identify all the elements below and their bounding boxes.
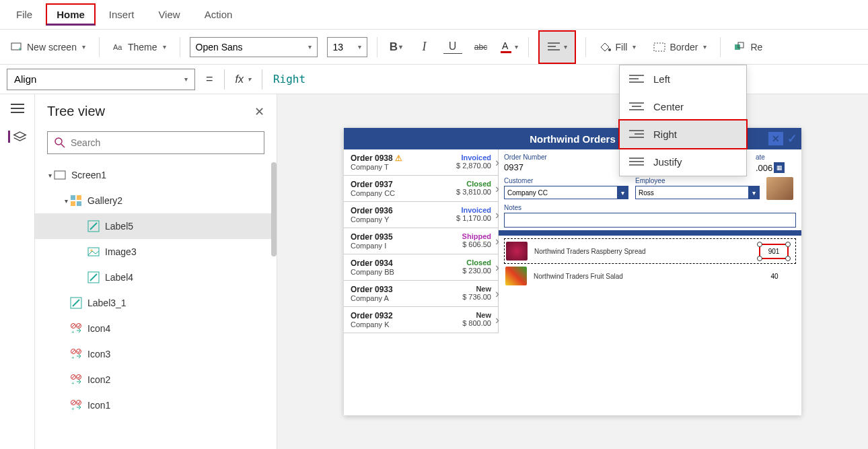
align-center-option[interactable]: Center bbox=[620, 93, 746, 120]
align-icon bbox=[546, 41, 561, 53]
align-justify-icon bbox=[629, 157, 644, 168]
layers-icon[interactable] bbox=[8, 131, 27, 143]
customer-select[interactable]: Company CC▾ bbox=[504, 186, 628, 199]
order-row[interactable]: Order 0936Company YInvoiced$ 1,170.00› bbox=[344, 202, 498, 228]
font-color-button[interactable]: A▾ bbox=[500, 38, 519, 57]
chevron-right-icon: › bbox=[495, 234, 499, 248]
property-value: Align bbox=[14, 73, 36, 85]
formula-value[interactable]: Right bbox=[273, 73, 305, 85]
menu-view[interactable]: View bbox=[147, 3, 190, 26]
order-detail: Order Number0937 Order StatusClosed ate.… bbox=[499, 149, 801, 333]
menu-file[interactable]: File bbox=[5, 3, 43, 26]
chevron-right-icon: › bbox=[495, 156, 499, 170]
resize-handle[interactable] bbox=[785, 256, 791, 261]
divider bbox=[262, 69, 262, 90]
border-button[interactable]: Border ▾ bbox=[649, 39, 711, 55]
order-row[interactable]: Order 0934Company BBClosed$ 230.00› bbox=[344, 254, 498, 281]
font-color-icon: A bbox=[500, 40, 513, 54]
icon-icon: + bbox=[70, 322, 82, 335]
tree-item-label5[interactable]: Label5 bbox=[35, 213, 277, 239]
property-select[interactable]: Align ▾ bbox=[7, 69, 195, 90]
underline-button[interactable]: U bbox=[443, 40, 462, 54]
chevron-down-icon: ▾ bbox=[184, 75, 188, 83]
canvas: Northwind Orders ✕ ✓ Order 0938 ⚠Company… bbox=[277, 94, 868, 449]
label-employee: Employee bbox=[635, 177, 760, 184]
tree-search[interactable] bbox=[47, 131, 264, 154]
divider bbox=[99, 37, 100, 57]
cancel-icon[interactable]: ✕ bbox=[768, 132, 783, 145]
notes-input[interactable] bbox=[504, 213, 796, 228]
align-right-option[interactable]: Right bbox=[618, 119, 748, 149]
left-rail bbox=[0, 94, 35, 449]
line-item[interactable]: Northwind Traders Fruit Salad 40 bbox=[504, 264, 796, 288]
chevron-down-icon: ▾ bbox=[703, 43, 707, 50]
align-justify-option[interactable]: Justify bbox=[620, 148, 746, 176]
tree-item-screen1[interactable]: ▾ Screen1 bbox=[35, 162, 277, 188]
tree-item-icon2[interactable]: + Icon2 bbox=[35, 367, 277, 392]
align-right-label: Right bbox=[653, 129, 677, 140]
label-icon bbox=[87, 271, 100, 283]
calendar-icon[interactable]: ▦ bbox=[774, 162, 785, 173]
align-button[interactable]: ▾ bbox=[538, 30, 576, 64]
svg-line-44 bbox=[72, 350, 75, 353]
resize-handle[interactable] bbox=[785, 242, 791, 247]
value-date: .006 bbox=[756, 163, 772, 173]
font-select[interactable]: Open Sans ▾ bbox=[190, 37, 318, 57]
order-row[interactable]: Order 0933Company ANew$ 736.00› bbox=[344, 281, 498, 307]
hamburger-icon[interactable] bbox=[9, 102, 26, 114]
bold-button[interactable]: B▾ bbox=[387, 38, 406, 57]
theme-button[interactable]: Aa Theme ▾ bbox=[109, 39, 170, 55]
close-icon[interactable]: ✕ bbox=[254, 104, 264, 119]
new-screen-button[interactable]: + New screen ▾ bbox=[7, 39, 89, 55]
tree-list: ▾ Screen1 ▾ Gallery2 Label5 Image3 Label… bbox=[35, 162, 277, 449]
product-name: Northwind Traders Fruit Salad bbox=[534, 273, 748, 280]
divider bbox=[377, 37, 377, 57]
order-row[interactable]: Order 0938 ⚠Company TInvoiced$ 2,870.00› bbox=[344, 149, 498, 176]
italic-button[interactable]: I bbox=[415, 38, 434, 57]
tree-item-label4[interactable]: Label4 bbox=[35, 265, 277, 290]
menu-action[interactable]: Action bbox=[194, 3, 244, 26]
menu-insert[interactable]: Insert bbox=[98, 3, 145, 26]
app-title-text: Northwind Orders bbox=[530, 133, 616, 145]
tree-item-image3[interactable]: Image3 bbox=[35, 239, 277, 265]
svg-point-27 bbox=[55, 138, 62, 145]
label-date: ate bbox=[756, 153, 796, 161]
tree-item-icon1[interactable]: + Icon1 bbox=[35, 392, 277, 418]
check-icon[interactable]: ✓ bbox=[787, 131, 797, 146]
tree-item-gallery2[interactable]: ▾ Gallery2 bbox=[35, 188, 277, 213]
scrollbar[interactable] bbox=[271, 162, 277, 256]
tree-label: Gallery2 bbox=[87, 195, 122, 206]
svg-text:+: + bbox=[71, 355, 75, 360]
border-icon bbox=[653, 42, 665, 52]
fill-button[interactable]: Fill ▾ bbox=[595, 39, 641, 55]
divider bbox=[224, 69, 225, 90]
icon-icon: + bbox=[70, 374, 82, 386]
svg-line-40 bbox=[72, 324, 75, 327]
tree-item-label3-1[interactable]: Label3_1 bbox=[35, 290, 277, 316]
fx-button[interactable]: fx▾ bbox=[236, 73, 251, 85]
order-row[interactable]: Order 0937Company CCClosed$ 3,810.00› bbox=[344, 176, 498, 202]
tree-item-icon3[interactable]: + Icon3 bbox=[35, 341, 277, 367]
strikethrough-button[interactable]: abc bbox=[472, 38, 491, 57]
resize-handle[interactable] bbox=[757, 256, 762, 261]
resize-handle[interactable] bbox=[757, 242, 762, 247]
qty-selected[interactable]: 901 bbox=[759, 244, 789, 259]
menu-home[interactable]: Home bbox=[46, 3, 96, 26]
align-left-option[interactable]: Left bbox=[620, 65, 746, 93]
tree-item-icon4[interactable]: + Icon4 bbox=[35, 316, 277, 341]
svg-text:+: + bbox=[71, 406, 75, 411]
search-input[interactable] bbox=[71, 137, 257, 148]
orders-list: Order 0938 ⚠Company TInvoiced$ 2,870.00›… bbox=[344, 149, 499, 333]
svg-line-28 bbox=[61, 144, 65, 147]
employee-select[interactable]: Ross▾ bbox=[635, 186, 760, 199]
align-right-icon bbox=[629, 129, 644, 140]
reorder-button[interactable]: Re bbox=[730, 39, 766, 55]
svg-rect-4 bbox=[501, 51, 511, 53]
font-size-select[interactable]: 13 ▾ bbox=[327, 37, 367, 57]
svg-text:A: A bbox=[502, 40, 509, 51]
svg-point-8 bbox=[608, 48, 611, 51]
employee-value: Ross bbox=[639, 189, 654, 197]
order-row[interactable]: Order 0935Company IShipped$ 606.50› bbox=[344, 228, 498, 254]
line-item-selected[interactable]: Northwind Traders Raspberry Spread 901 bbox=[504, 238, 796, 264]
order-row[interactable]: Order 0932Company KNew$ 800.00› bbox=[344, 307, 498, 333]
